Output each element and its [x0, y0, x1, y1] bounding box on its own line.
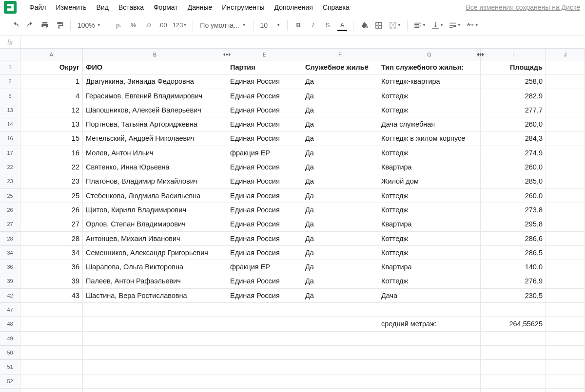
row-header-47[interactable]: 47 [0, 303, 20, 317]
row-header-36[interactable]: 36 [0, 260, 20, 274]
cell-F5[interactable]: Да [302, 89, 378, 103]
cell-B14[interactable]: Портнова, Татьяна Арториджевна [83, 117, 227, 131]
cell-F50[interactable] [302, 346, 378, 360]
cell-J49[interactable] [546, 332, 585, 346]
cell-A34[interactable]: 34 [20, 246, 83, 260]
cell-F22[interactable]: Да [302, 160, 378, 174]
cell-E49[interactable] [227, 332, 302, 346]
cell-A42[interactable]: 43 [20, 289, 83, 303]
cell-G27[interactable]: Квартира [378, 217, 481, 231]
borders-button[interactable] [372, 19, 386, 32]
cell-F39[interactable]: Да [302, 274, 378, 288]
select-all-corner[interactable] [0, 49, 20, 60]
cell-B53[interactable] [83, 389, 227, 392]
font-family-select[interactable]: По умолча...▼ [197, 19, 249, 32]
cell-E34[interactable]: Единая Россия [227, 246, 302, 260]
row-header-49[interactable]: 49 [0, 332, 20, 346]
cell-J53[interactable] [546, 389, 585, 392]
cell-I13[interactable]: 277,7 [481, 103, 546, 117]
cell-I2[interactable]: 258,0 [481, 75, 546, 89]
cell-B27[interactable]: Орлов, Степан Владимирович [83, 217, 227, 231]
cell-I48[interactable]: 264,55625 [481, 317, 546, 331]
vertical-align-button[interactable]: ▼ [429, 19, 446, 32]
cell-J36[interactable] [546, 260, 585, 274]
cell-G53[interactable] [378, 389, 481, 392]
cell-A50[interactable] [20, 346, 83, 360]
cell-J27[interactable] [546, 217, 585, 231]
cell-E22[interactable]: Единая Россия [227, 160, 302, 174]
cell-E5[interactable]: Единая Россия [227, 89, 302, 103]
cell-E2[interactable]: Единая Россия [227, 75, 302, 89]
cell-A22[interactable]: 22 [20, 160, 83, 174]
row-header-52[interactable]: 52 [0, 374, 20, 389]
menu-Вид[interactable]: Вид [92, 1, 114, 13]
fill-color-button[interactable] [357, 19, 371, 32]
cell-G51[interactable] [378, 360, 481, 374]
cell-G22[interactable]: Квартира [378, 160, 481, 174]
cell-I34[interactable]: 286,5 [481, 246, 546, 260]
cell-E47[interactable] [227, 303, 302, 317]
menu-Дополнения[interactable]: Дополнения [270, 1, 318, 13]
cell-J26[interactable] [546, 203, 585, 217]
cell-G28[interactable]: Коттедж [378, 232, 481, 246]
cell-B26[interactable]: Щитов, Кирилл Владимирович [83, 203, 227, 217]
cell-F28[interactable]: Да [302, 232, 378, 246]
cell-I39[interactable]: 276,9 [481, 274, 546, 288]
number-format-select[interactable]: 123▼ [171, 19, 189, 32]
cell-A2[interactable]: 1 [20, 75, 83, 89]
cell-E16[interactable]: Единая Россия [227, 131, 302, 146]
cell-A48[interactable] [20, 317, 83, 331]
cell-G14[interactable]: Дача служебная [378, 117, 481, 131]
cell-B42[interactable]: Шастина, Вера Ростиславовна [83, 289, 227, 303]
cell-B5[interactable]: Герасимов, Евгений Владимирович [83, 89, 227, 103]
cell-G52[interactable] [378, 374, 481, 389]
text-rotation-button[interactable]: ▼ [464, 19, 481, 32]
cell-E13[interactable]: Единая Россия [227, 103, 302, 117]
cell-E51[interactable] [227, 360, 302, 374]
decrease-decimal-button[interactable]: .0 [141, 19, 155, 32]
row-header-42[interactable]: 42 [0, 289, 20, 303]
cell-B28[interactable]: Антонцев, Михаил Иванович [83, 232, 227, 246]
cell-B36[interactable]: Шарапова, Ольга Викторовна [83, 260, 227, 274]
row-header-26[interactable]: 26 [0, 203, 20, 217]
strikethrough-button[interactable]: S [321, 19, 334, 32]
row-header-22[interactable]: 22 [0, 160, 20, 174]
cell-E52[interactable] [227, 374, 302, 389]
redo-button[interactable] [23, 19, 37, 32]
row-header-28[interactable]: 28 [0, 232, 20, 246]
cell-J17[interactable] [546, 146, 585, 160]
percent-button[interactable]: % [127, 19, 140, 32]
row-header-50[interactable]: 50 [0, 346, 20, 360]
increase-decimal-button[interactable]: .00 [156, 19, 170, 32]
cell-B47[interactable] [83, 303, 227, 317]
cell-I52[interactable] [481, 374, 546, 389]
column-header-E[interactable]: E [227, 49, 302, 60]
cell-A52[interactable] [20, 374, 83, 389]
cell-I25[interactable]: 260,0 [481, 189, 546, 203]
cell-F17[interactable]: Да [302, 146, 378, 160]
cell-E42[interactable]: Единая Россия [227, 289, 302, 303]
cell-B2[interactable]: Драгункина, Зинаида Федоровна [83, 75, 227, 89]
cell-A5[interactable]: 4 [20, 89, 83, 103]
cell-G23[interactable]: Жилой дом [378, 174, 481, 188]
cell-I14[interactable]: 260,0 [481, 117, 546, 131]
cell-A14[interactable]: 13 [20, 117, 83, 131]
text-wrap-button[interactable]: ▼ [447, 19, 463, 32]
formula-input[interactable] [20, 36, 585, 48]
menu-Изменить[interactable]: Изменить [51, 1, 91, 13]
zoom-select[interactable]: 100%▼ [75, 19, 104, 32]
cell-I26[interactable]: 273,8 [481, 203, 546, 217]
cell-E48[interactable] [227, 317, 302, 331]
cell-G49[interactable] [378, 332, 481, 346]
cell-F13[interactable]: Да [302, 103, 378, 117]
cell-I17[interactable]: 274,9 [481, 146, 546, 160]
merge-cells-button[interactable]: ▼ [387, 19, 403, 32]
cell-A49[interactable] [20, 332, 83, 346]
cell-B23[interactable]: Платонов, Владимир Михайлович [83, 174, 227, 188]
cell-J23[interactable] [546, 174, 585, 188]
menu-Вставка[interactable]: Вставка [114, 1, 149, 13]
cell-F47[interactable] [302, 303, 378, 317]
cell-G36[interactable]: Квартира [378, 260, 481, 274]
cell-J25[interactable] [546, 189, 585, 203]
row-header-25[interactable]: 25 [0, 189, 20, 203]
